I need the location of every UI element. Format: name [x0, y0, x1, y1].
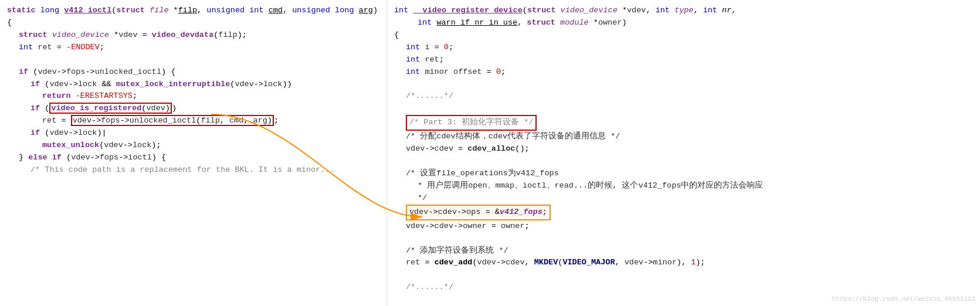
r-line-7: [394, 79, 973, 91]
code-line-12: mutex_unlock(vdev->lock);: [7, 140, 379, 152]
code-line-5: [7, 54, 379, 66]
r-line-23: /*......*/: [394, 281, 973, 294]
r-line-2: int warn_if_nr_in_use, struct module *ow…: [394, 17, 973, 29]
right-code-panel: int __video_register_device(struct video…: [387, 0, 980, 306]
r-line-12: vdev->cdev = cdev_alloc();: [394, 143, 973, 155]
r-line-4: int i = 0;: [394, 42, 973, 54]
r-line-20: /* 添加字符设备到系统 */: [394, 245, 973, 257]
r-line-21: ret = cdev_add(vdev->cdev, MKDEV(VIDEO_M…: [394, 257, 973, 269]
code-line-13: } else if (vdev->fops->ioctl) {: [7, 152, 379, 164]
code-line-4: int ret = -ENODEV;: [7, 42, 379, 54]
code-line-10: ret = vdev->fops->unlocked_ioctl(filp, c…: [7, 115, 379, 127]
watermark: https://blog.csdn.net/weixin_46931132: [832, 294, 975, 304]
r-line-8: /*......*/: [394, 90, 973, 103]
code-line-11: if (vdev->lock)|: [7, 127, 379, 140]
code-line-2: {: [7, 17, 379, 29]
r-line-1: int __video_register_device(struct video…: [394, 5, 973, 17]
r-line-17: vdev->cdev->ops = &v412_fops;: [394, 205, 973, 220]
code-line-6: if (vdev->fops->unlocked_ioctl) {: [7, 66, 379, 79]
r-line-6: int minor offset = 0;: [394, 66, 973, 79]
r-line-5: int ret;: [394, 54, 973, 66]
code-line-7: if (vdev->lock && mutex_lock_interruptib…: [7, 79, 379, 91]
code-line-3: struct video_device *vdev = video_devdat…: [7, 29, 379, 42]
r-line-3: {: [394, 29, 973, 42]
r-line-13: [394, 155, 973, 168]
code-line-9: if (video_is_registered(vdev)): [7, 103, 379, 115]
r-line-19: [394, 233, 973, 245]
code-line-14: /* This code path is a replacement for t…: [7, 164, 379, 176]
r-line-9: [394, 103, 973, 115]
left-code-panel: static long v412_ioctl(struct file *filp…: [0, 0, 387, 306]
code-line-8: return -ERESTARTSYS;: [7, 90, 379, 103]
r-line-16: */: [394, 192, 973, 205]
r-line-10: /* Part 3: 初始化字符设备 */: [394, 115, 973, 131]
r-line-15: * 用户层调用open、mmap、ioctl、read...的时候, 这个v41…: [394, 180, 973, 192]
main-container: static long v412_ioctl(struct file *filp…: [0, 0, 980, 306]
r-line-11: /* 分配cdev结构体，cdev代表了字符设备的通用信息 */: [394, 131, 973, 143]
r-line-18: vdev->cdev->owner = owner;: [394, 220, 973, 233]
code-line-1: static long v412_ioctl(struct file *filp…: [7, 5, 379, 17]
r-line-22: [394, 269, 973, 281]
r-line-14: /* 设置file_operations为v412_fops: [394, 168, 973, 180]
